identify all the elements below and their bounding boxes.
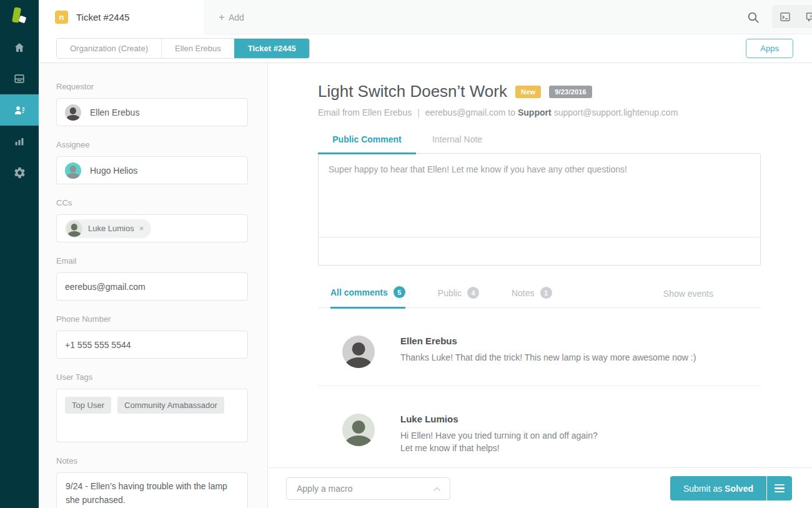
console-icon[interactable] xyxy=(772,5,798,28)
settings-icon xyxy=(13,166,26,179)
side-navigation xyxy=(0,0,39,508)
apps-button[interactable]: Apps xyxy=(746,39,793,58)
apply-macro-placeholder: Apply a macro xyxy=(297,484,352,494)
user-tags-field[interactable]: Top User Community Amabassador xyxy=(56,389,248,442)
ticket-meta: Email from Ellen Erebus|eerebus@gmail.co… xyxy=(318,107,761,117)
meta-separator: | xyxy=(417,107,420,117)
ticket-app: + Add xyxy=(0,0,812,508)
customers-icon xyxy=(13,104,26,117)
chat-lightning-icon[interactable] xyxy=(798,5,812,28)
ticket-type-badge: n xyxy=(55,11,68,24)
status-badge: New xyxy=(515,86,541,98)
email-field[interactable]: eerebus@gmail.com xyxy=(56,272,248,301)
comment-author: Luke Lumios xyxy=(400,414,598,424)
logo-shape-white xyxy=(19,16,27,24)
ticket-tab[interactable]: n Ticket #2445 xyxy=(39,0,204,34)
assignee-value: Hugo Helios xyxy=(90,166,137,176)
cc-chip-label: Luke Lumios xyxy=(88,224,134,233)
count-badge: 1 xyxy=(540,287,552,299)
comment-input[interactable]: Super happy to hear that Ellen! Let me k… xyxy=(319,154,760,237)
tab-all-comments-label: All comments xyxy=(330,287,388,297)
submit-status: Solved xyxy=(725,484,753,494)
chevron-up-icon xyxy=(433,486,441,492)
ticket-title-row: Light Switch Doesn’t Work New 9/23/2016 xyxy=(318,82,761,101)
count-badge: 5 xyxy=(394,286,405,298)
tab-notes-label: Notes xyxy=(512,288,535,298)
ccs-field[interactable]: Luke Lumios × xyxy=(56,214,248,242)
submit-split-button: Submit as Solved xyxy=(670,476,792,501)
cc-chip[interactable]: Luke Lumios × xyxy=(65,219,151,238)
user-tags-label: User Tags xyxy=(56,372,248,382)
top-bar: + Add xyxy=(39,0,812,34)
assignee-field[interactable]: Hugo Helios xyxy=(56,156,248,184)
search-icon[interactable] xyxy=(746,11,760,24)
comment-text: Let me know if that helps! xyxy=(400,442,598,454)
sidebar-item-home[interactable] xyxy=(0,32,39,63)
requestor-value: Ellen Erebus xyxy=(90,107,139,117)
sidebar-item-customers[interactable] xyxy=(0,94,39,126)
ticket-main: Light Switch Doesn’t Work New 9/23/2016 … xyxy=(269,63,812,467)
comment-item: Ellen Erebus Thanks Luke! That did the t… xyxy=(318,308,761,386)
views-icon xyxy=(13,72,26,85)
breadcrumb-ticket[interactable]: Ticket #2445 xyxy=(234,39,309,58)
phone-field[interactable]: +1 555 555 5544 xyxy=(56,331,248,359)
sidebar-item-views[interactable] xyxy=(0,63,39,94)
breadcrumb-person[interactable]: Ellen Erebus xyxy=(161,39,234,58)
tab-all-comments[interactable]: All comments 5 xyxy=(330,286,405,309)
plus-icon: + xyxy=(219,11,225,24)
user-tag[interactable]: Community Amabassador xyxy=(117,397,224,414)
count-badge: 4 xyxy=(467,287,479,299)
meta-team: Support xyxy=(518,107,552,117)
cc-avatar xyxy=(66,221,82,237)
comment-body: Ellen Erebus Thanks Luke! That did the t… xyxy=(400,336,696,368)
submit-prefix: Submit as xyxy=(683,484,725,494)
meta-email: eerebus@gmail.com to xyxy=(425,107,515,117)
comment-text: Thanks Luke! That did the trick! This ne… xyxy=(400,351,696,364)
close-icon[interactable]: × xyxy=(139,224,144,233)
tab-notes[interactable]: Notes 1 xyxy=(512,287,552,307)
submit-as-solved-button[interactable]: Submit as Solved xyxy=(670,476,766,501)
notes-field[interactable]: 9/24 - Ellen’s having trouble with the l… xyxy=(56,472,248,508)
channel-toolbar xyxy=(772,5,812,28)
assignee-label: Assignee xyxy=(56,140,248,149)
compose-box: Super happy to hear that Ellen! Let me k… xyxy=(318,153,761,266)
meta-source: Email from Ellen Erebus xyxy=(318,107,412,117)
assignee-avatar xyxy=(65,162,81,179)
requestor-label: Requestor xyxy=(56,82,248,91)
ccs-label: CCs xyxy=(56,198,248,207)
commenter-avatar xyxy=(342,414,375,446)
user-tag[interactable]: Top User xyxy=(65,397,111,414)
tab-internal-note[interactable]: Internal Note xyxy=(432,134,482,153)
requestor-field[interactable]: Ellen Erebus xyxy=(56,98,248,126)
ticket-properties-panel: Requestor Ellen Erebus Assignee Hugo Hel… xyxy=(39,63,268,508)
add-tab-button[interactable]: + Add xyxy=(219,0,244,34)
reports-icon xyxy=(13,135,26,147)
breadcrumb-row: Organization (Create) Ellen Erebus Ticke… xyxy=(39,34,812,63)
comment-item: Luke Lumios Hi Ellen! Have you tried tur… xyxy=(318,386,761,467)
ticket-footer: Apply a macro Submit as Solved xyxy=(269,467,812,508)
breadcrumb: Organization (Create) Ellen Erebus Ticke… xyxy=(56,38,310,59)
email-label: Email xyxy=(56,256,248,266)
apply-macro-select[interactable]: Apply a macro xyxy=(286,477,450,500)
top-bar-right: + Add xyxy=(204,0,812,34)
breadcrumb-organization[interactable]: Organization (Create) xyxy=(57,39,161,58)
ticket-tab-label: Ticket #2445 xyxy=(76,12,129,22)
tab-public-comment[interactable]: Public Comment xyxy=(318,134,416,154)
add-tab-label: Add xyxy=(229,12,244,22)
meta-support-email: support@support.lightenup.com xyxy=(554,107,678,117)
brand-logo xyxy=(9,6,29,26)
comment-text: Hi Ellen! Have you tried turning it on a… xyxy=(400,429,598,442)
hamburger-icon[interactable] xyxy=(766,476,792,501)
tab-public[interactable]: Public 4 xyxy=(438,287,479,307)
comment-body: Luke Lumios Hi Ellen! Have you tried tur… xyxy=(400,414,598,455)
show-events-toggle[interactable]: Show events xyxy=(663,289,713,307)
phone-label: Phone Number xyxy=(56,314,248,324)
requestor-avatar xyxy=(65,104,81,121)
commenter-avatar xyxy=(342,336,375,368)
comment-author: Ellen Erebus xyxy=(400,336,696,346)
sidebar-item-settings[interactable] xyxy=(0,157,39,188)
compose-tabs: Public Comment Internal Note xyxy=(318,134,761,153)
date-badge: 9/23/2016 xyxy=(549,86,592,98)
sidebar-item-reports[interactable] xyxy=(0,126,39,157)
home-icon xyxy=(13,41,26,54)
